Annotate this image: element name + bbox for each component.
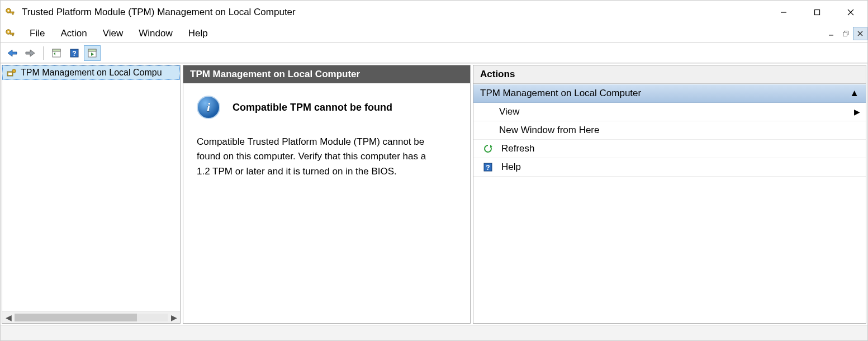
- actions-pane: Actions TPM Management on Local Computer…: [473, 65, 866, 324]
- action-refresh[interactable]: Refresh: [473, 140, 866, 158]
- svg-point-27: [12, 69, 16, 73]
- svg-text:?: ?: [72, 50, 76, 58]
- client-area: TPM Management on Local Compu ◀ ▶ TPM Ma…: [1, 63, 867, 325]
- tree-hscrollbar[interactable]: ◀ ▶: [2, 311, 180, 323]
- collapse-icon: ▲: [850, 88, 859, 99]
- tpm-icon: [6, 68, 17, 78]
- actions-list: View ▶ New Window from Here Refresh: [473, 103, 866, 323]
- svg-rect-11: [12, 34, 13, 36]
- refresh-icon: [480, 144, 496, 154]
- tree-item-label: TPM Management on Local Compu: [21, 68, 162, 78]
- mdi-restore-button[interactable]: [838, 27, 853, 40]
- center-header: TPM Management on Local Computer: [183, 65, 470, 83]
- scroll-track[interactable]: [15, 314, 168, 321]
- menu-view[interactable]: View: [95, 26, 131, 41]
- mdi-close-button[interactable]: [853, 27, 867, 40]
- app-icon: [4, 6, 16, 18]
- info-row: i Compatible TPM cannot be found: [197, 96, 457, 119]
- svg-rect-3: [12, 13, 13, 15]
- close-button[interactable]: [834, 1, 867, 24]
- info-heading: Compatible TPM cannot be found: [233, 102, 392, 113]
- svg-rect-26: [8, 73, 12, 75]
- action-new-window[interactable]: New Window from Here: [473, 121, 866, 140]
- window-title: Trusted Platform Module (TPM) Management…: [22, 7, 767, 18]
- svg-point-1: [7, 10, 9, 11]
- app-window: Trusted Platform Module (TPM) Management…: [0, 0, 868, 341]
- menubar: File Action View Window Help: [1, 24, 867, 43]
- center-body: i Compatible TPM cannot be found Compati…: [183, 83, 470, 323]
- action-view[interactable]: View ▶: [473, 103, 866, 121]
- help-icon: ?: [480, 162, 496, 172]
- back-button[interactable]: [4, 45, 21, 61]
- action-label: Refresh: [499, 143, 860, 154]
- toolbar-divider: [43, 46, 44, 60]
- actions-title: Actions: [473, 65, 866, 84]
- info-text: Compatible Trusted Platform Module (TPM)…: [197, 135, 437, 179]
- properties-button[interactable]: [48, 45, 65, 61]
- forward-button[interactable]: [22, 45, 39, 61]
- actions-group-header[interactable]: TPM Management on Local Computer ▲: [473, 84, 866, 103]
- svg-rect-18: [53, 49, 60, 51]
- tree-body: TPM Management on Local Compu: [2, 65, 180, 311]
- navigation-tree: TPM Management on Local Compu ◀ ▶: [2, 65, 181, 324]
- svg-rect-14: [843, 32, 847, 36]
- minimize-button[interactable]: [767, 1, 800, 24]
- svg-point-9: [7, 31, 9, 32]
- svg-rect-23: [88, 49, 96, 51]
- info-icon: i: [197, 96, 220, 119]
- action-help[interactable]: ? Help: [473, 158, 866, 177]
- scroll-left-icon[interactable]: ◀: [2, 313, 15, 322]
- menu-help[interactable]: Help: [181, 26, 216, 41]
- actions-group-label: TPM Management on Local Computer: [480, 88, 641, 99]
- help-button[interactable]: ?: [66, 45, 83, 61]
- action-label: View: [497, 106, 854, 117]
- action-label: Help: [499, 162, 860, 173]
- tree-item-tpm[interactable]: TPM Management on Local Compu: [2, 65, 180, 80]
- svg-rect-5: [815, 10, 820, 15]
- center-pane: TPM Management on Local Computer i Compa…: [183, 65, 471, 324]
- toolbar: ?: [1, 43, 867, 63]
- menu-action[interactable]: Action: [53, 26, 94, 41]
- menu-file[interactable]: File: [22, 26, 53, 41]
- window-controls: [767, 1, 867, 24]
- titlebar: Trusted Platform Module (TPM) Management…: [1, 1, 867, 24]
- statusbar: [1, 325, 867, 340]
- menu-window[interactable]: Window: [131, 26, 180, 41]
- scroll-thumb[interactable]: [15, 314, 137, 321]
- svg-text:?: ?: [486, 164, 490, 172]
- chevron-right-icon: ▶: [854, 107, 860, 116]
- scroll-right-icon[interactable]: ▶: [168, 313, 180, 322]
- mdi-minimize-button[interactable]: [824, 27, 838, 40]
- mdi-icon: [4, 27, 16, 40]
- action-label: New Window from Here: [497, 125, 860, 136]
- show-hide-pane-button[interactable]: [84, 45, 101, 61]
- maximize-button[interactable]: [800, 1, 834, 24]
